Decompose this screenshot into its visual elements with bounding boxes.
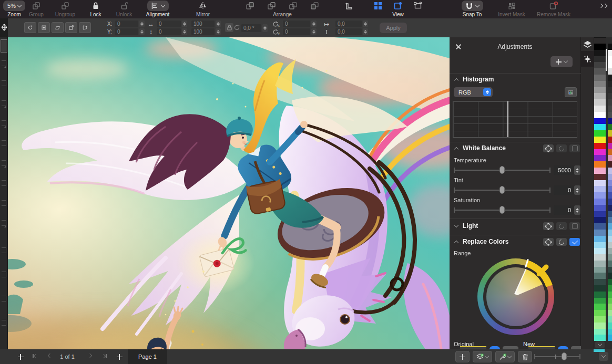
palette-swatch[interactable] bbox=[594, 81, 606, 87]
palette-swatch[interactable] bbox=[594, 112, 606, 118]
palette-swatch[interactable] bbox=[594, 118, 606, 124]
scale-w-input[interactable]: 100 bbox=[191, 20, 215, 27]
replace-colors-section-header[interactable]: Replace Colors bbox=[455, 238, 508, 245]
snap-to-button[interactable] bbox=[462, 1, 483, 11]
palette-swatch[interactable] bbox=[608, 56, 612, 63]
palette-swatch[interactable] bbox=[608, 99, 612, 106]
rotation-stepper[interactable] bbox=[262, 24, 268, 32]
palette-swatch[interactable] bbox=[594, 174, 606, 180]
tool-button-partial[interactable] bbox=[2, 272, 6, 277]
palette-swatch[interactable] bbox=[608, 124, 612, 130]
palette-swatch[interactable] bbox=[608, 199, 612, 205]
settings-button[interactable] bbox=[543, 222, 554, 230]
palette-swatch[interactable] bbox=[608, 236, 612, 242]
saturation-stepper[interactable] bbox=[574, 205, 580, 215]
palette-swatch[interactable] bbox=[608, 137, 612, 143]
palette-swatch[interactable] bbox=[594, 192, 606, 199]
palette-swatch[interactable] bbox=[608, 106, 612, 112]
histogram-channel-select[interactable]: RGB bbox=[454, 87, 493, 97]
palette-swatch[interactable] bbox=[608, 292, 612, 298]
palette-swatch[interactable] bbox=[594, 50, 606, 56]
toolbar-overflow-button[interactable] bbox=[595, 0, 611, 12]
palette-swatch[interactable] bbox=[608, 217, 612, 223]
palette-swatch[interactable] bbox=[594, 106, 606, 112]
add-from-layer-button[interactable] bbox=[473, 351, 492, 362]
next-page-button[interactable] bbox=[88, 354, 91, 357]
tool-button-partial[interactable] bbox=[2, 140, 6, 146]
canvas-artwork[interactable] bbox=[8, 37, 450, 349]
palette-swatch[interactable] bbox=[594, 180, 606, 186]
resize-tool-button[interactable] bbox=[65, 22, 77, 33]
palette-swatch[interactable] bbox=[594, 155, 606, 161]
palette-swatch[interactable] bbox=[608, 149, 612, 155]
move-y-input[interactable]: 0,0 bbox=[335, 28, 362, 35]
mirror-button[interactable]: Mirror bbox=[183, 0, 223, 17]
tool-button-partial[interactable] bbox=[2, 180, 6, 186]
move-y-stepper[interactable] bbox=[363, 28, 368, 35]
palette-swatch[interactable] bbox=[594, 143, 606, 149]
palette-swatch[interactable] bbox=[594, 149, 606, 155]
palette-swatch[interactable] bbox=[594, 186, 606, 192]
palette-swatch[interactable] bbox=[594, 248, 606, 254]
apply-button[interactable]: Apply bbox=[380, 23, 407, 33]
palette-swatch[interactable] bbox=[594, 298, 606, 304]
move-x-stepper[interactable] bbox=[363, 20, 368, 27]
tool-button-partial[interactable] bbox=[2, 220, 6, 226]
skew-x-input[interactable]: 0 bbox=[283, 20, 310, 27]
palette-swatch[interactable] bbox=[594, 242, 606, 248]
palette-swatch[interactable] bbox=[608, 329, 612, 335]
palette-swatch[interactable] bbox=[594, 261, 606, 267]
reset-button[interactable] bbox=[556, 144, 567, 152]
palette-swatch[interactable] bbox=[608, 267, 612, 273]
view-mask-icon[interactable] bbox=[394, 2, 402, 10]
palette-swatch[interactable] bbox=[608, 186, 612, 192]
palette-swatch[interactable] bbox=[594, 93, 606, 99]
palette-swatch[interactable] bbox=[608, 130, 612, 137]
palette-swatch[interactable] bbox=[594, 62, 606, 68]
perspective-tool-button[interactable] bbox=[79, 22, 91, 33]
skew-tool-button[interactable] bbox=[52, 22, 64, 33]
alignment-button[interactable] bbox=[147, 1, 169, 11]
palette-swatch[interactable] bbox=[608, 285, 612, 292]
palette-swatch[interactable] bbox=[608, 323, 612, 329]
palette-swatch[interactable] bbox=[594, 44, 606, 50]
palette-swatch[interactable] bbox=[608, 143, 612, 149]
palette-swatch[interactable] bbox=[608, 93, 612, 99]
slider-thumb[interactable] bbox=[499, 206, 505, 214]
skew-x-stepper[interactable] bbox=[311, 20, 317, 27]
scale-h-input[interactable]: 100 bbox=[191, 28, 215, 35]
aspect-lock-button[interactable] bbox=[225, 23, 233, 32]
palette-swatch[interactable] bbox=[608, 75, 612, 81]
palette-swatch[interactable] bbox=[594, 130, 606, 137]
palette-swatch[interactable] bbox=[594, 223, 606, 230]
enabled-checkbox[interactable] bbox=[569, 238, 580, 246]
palette-swatch[interactable] bbox=[608, 68, 612, 75]
palette-swatch[interactable] bbox=[608, 261, 612, 267]
remove-mask-button[interactable]: Remove Mask bbox=[530, 0, 577, 17]
add-page-button[interactable] bbox=[16, 353, 25, 360]
add-adjustment-button[interactable] bbox=[550, 56, 573, 67]
palette-swatch[interactable] bbox=[594, 168, 606, 174]
tool-button-partial[interactable] bbox=[2, 60, 6, 66]
height-input[interactable]: 0 bbox=[157, 28, 181, 35]
palette-swatch[interactable] bbox=[608, 50, 612, 56]
palette-swatch[interactable] bbox=[594, 236, 606, 242]
palette-swatch[interactable] bbox=[594, 279, 606, 285]
y-input[interactable]: 0 bbox=[115, 28, 138, 35]
zoom-select[interactable]: 5% bbox=[3, 1, 25, 11]
width-input[interactable]: 0 bbox=[157, 20, 181, 27]
histogram-chart[interactable] bbox=[453, 101, 577, 138]
frame-tool-button[interactable] bbox=[38, 22, 50, 33]
palette-swatch[interactable] bbox=[608, 180, 612, 186]
saturation-slider[interactable] bbox=[454, 205, 550, 215]
rotate-tool-button[interactable] bbox=[24, 22, 36, 33]
tool-button-partial[interactable] bbox=[2, 120, 6, 126]
palette-swatch[interactable] bbox=[594, 99, 606, 106]
send-to-back-icon[interactable] bbox=[311, 2, 319, 10]
invert-mask-button[interactable]: Invert Mask bbox=[493, 0, 530, 17]
palette-swatch[interactable] bbox=[608, 155, 612, 161]
tool-button-partial[interactable] bbox=[2, 100, 6, 106]
pick-color-button[interactable] bbox=[495, 351, 515, 362]
tolerance-slider[interactable] bbox=[534, 352, 580, 361]
adjustments-panel-tab[interactable] bbox=[581, 51, 594, 67]
